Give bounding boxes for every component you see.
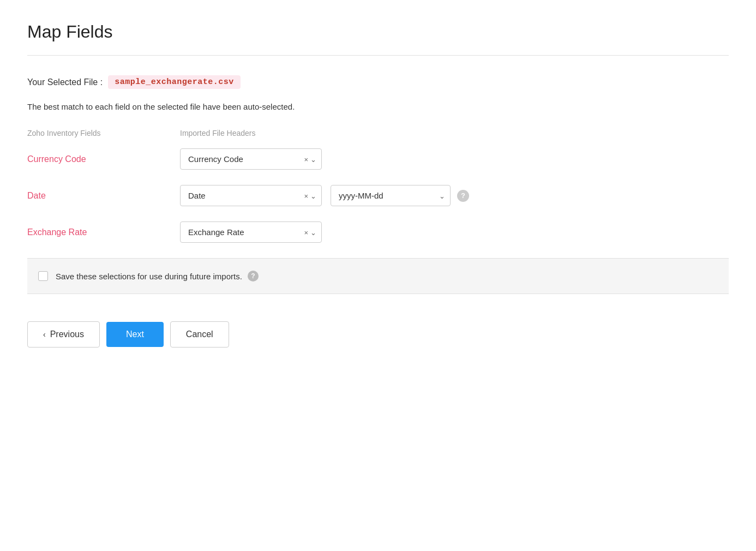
imported-col-header: Imported File Headers [180, 129, 256, 137]
field-row-currency-code: Currency Code Currency Code Date Exchang… [27, 148, 729, 170]
auto-selected-text: The best match to each field on the sele… [27, 102, 729, 111]
chevron-left-icon: ‹ [43, 330, 46, 339]
selected-file-row: Your Selected File : sample_exchangerate… [27, 75, 729, 89]
button-row: ‹ Previous Next Cancel [27, 321, 729, 369]
exchange-rate-label: Exchange Rate [27, 227, 180, 237]
currency-code-label: Currency Code [27, 154, 180, 164]
currency-code-select[interactable]: Currency Code Date Exchange Rate -- Do N… [180, 148, 322, 170]
date-format-select[interactable]: yyyy-MM-dd MM/dd/yyyy dd/MM/yyyy MM-dd-y… [331, 185, 451, 206]
columns-header: Zoho Inventory Fields Imported File Head… [27, 129, 729, 137]
exchange-rate-select-wrapper: Currency Code Date Exchange Rate -- Do N… [180, 221, 322, 243]
selected-file-label: Your Selected File : [27, 77, 103, 87]
exchange-rate-select[interactable]: Currency Code Date Exchange Rate -- Do N… [180, 221, 322, 243]
date-label: Date [27, 191, 180, 201]
previous-button-label: Previous [50, 330, 84, 339]
save-label: Save these selections for use during fut… [56, 272, 242, 281]
file-name: sample_exchangerate.csv [108, 75, 241, 89]
save-section: Save these selections for use during fut… [27, 258, 729, 294]
currency-code-select-wrapper: Currency Code Date Exchange Rate -- Do N… [180, 148, 322, 170]
date-format-wrapper: yyyy-MM-dd MM/dd/yyyy dd/MM/yyyy MM-dd-y… [322, 185, 451, 206]
next-button[interactable]: Next [106, 322, 164, 347]
cancel-button[interactable]: Cancel [170, 321, 229, 348]
zoho-col-header: Zoho Inventory Fields [27, 129, 180, 137]
title-divider [27, 55, 729, 56]
field-row-exchange-rate: Exchange Rate Currency Code Date Exchang… [27, 221, 729, 243]
save-help-icon[interactable]: ? [248, 271, 259, 282]
save-checkbox[interactable] [38, 271, 48, 281]
page-title: Map Fields [27, 22, 729, 42]
date-select[interactable]: Currency Code Date Exchange Rate -- Do N… [180, 185, 322, 206]
previous-button[interactable]: ‹ Previous [27, 321, 100, 348]
field-row-date: Date Currency Code Date Exchange Rate --… [27, 185, 729, 206]
date-select-wrapper: Currency Code Date Exchange Rate -- Do N… [180, 185, 322, 206]
date-help-icon[interactable]: ? [457, 190, 469, 202]
